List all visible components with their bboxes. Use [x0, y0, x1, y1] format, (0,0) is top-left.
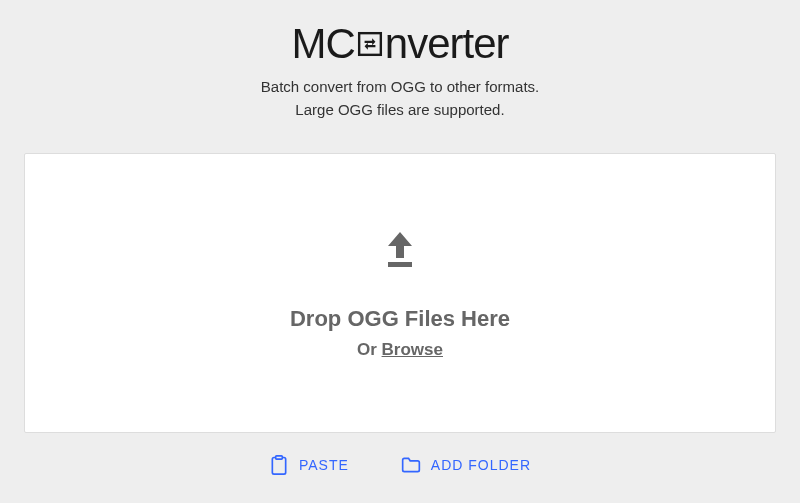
svg-rect-1	[388, 262, 412, 267]
drop-or: Or	[357, 340, 382, 359]
add-folder-label: ADD FOLDER	[431, 457, 531, 473]
subtitle-line2: Large OGG files are supported.	[0, 99, 800, 122]
actions-row: PASTE ADD FOLDER	[0, 433, 800, 475]
svg-rect-0	[359, 33, 381, 55]
logo: MC nverter	[0, 0, 800, 76]
add-folder-button[interactable]: ADD FOLDER	[401, 455, 531, 475]
drop-title: Drop OGG Files Here	[290, 306, 510, 332]
subtitle-line1: Batch convert from OGG to other formats.	[0, 76, 800, 99]
upload-icon	[376, 226, 424, 278]
svg-rect-2	[276, 456, 283, 459]
browse-link[interactable]: Browse	[382, 340, 443, 359]
clipboard-icon	[269, 455, 289, 475]
page: MC nverter Batch convert from OGG to oth…	[0, 0, 800, 475]
paste-button[interactable]: PASTE	[269, 455, 349, 475]
convert-icon	[357, 31, 383, 57]
paste-label: PASTE	[299, 457, 349, 473]
dropzone-wrap: Drop OGG Files Here Or Browse	[0, 153, 800, 433]
folder-icon	[401, 455, 421, 475]
subtitle: Batch convert from OGG to other formats.…	[0, 76, 800, 121]
logo-part1: MC	[291, 20, 354, 68]
drop-subtitle: Or Browse	[357, 340, 443, 360]
dropzone[interactable]: Drop OGG Files Here Or Browse	[24, 153, 776, 433]
logo-part2: nverter	[385, 20, 509, 68]
logo-text: MC nverter	[291, 20, 508, 68]
